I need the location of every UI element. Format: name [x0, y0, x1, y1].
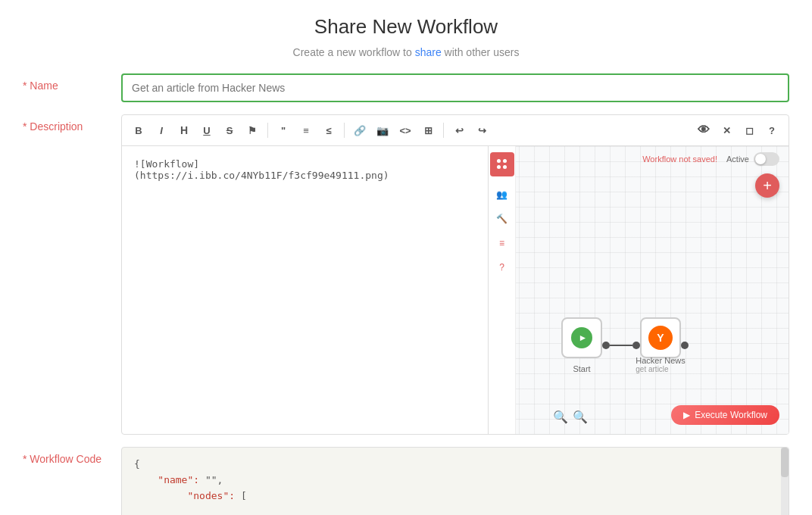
bookmark-icon: ⚑	[248, 125, 257, 136]
strikethrough-button[interactable]: S	[219, 120, 240, 141]
bookmark-button[interactable]: ⚑	[242, 120, 263, 141]
hn-letter: Y	[657, 332, 664, 344]
redo-icon: ↪	[478, 125, 486, 136]
editor-content-line1: ![Workflow]	[134, 158, 476, 170]
workflow-top-bar: Workflow not saved! Active	[516, 152, 789, 166]
hacker-news-node[interactable]: Y	[640, 317, 681, 358]
unordered-list-button[interactable]: ≤	[318, 120, 339, 141]
code-val-nodes: [	[235, 490, 247, 501]
heading-icon: H	[180, 124, 188, 136]
ordered-list-button[interactable]: ≡	[295, 120, 317, 141]
image-button[interactable]: 📷	[372, 120, 393, 141]
editor-toolbar: B I H U S ⚑ " ≡ ≤ 🔗 📷 <> ⊞ ↩ ↪ 👁	[122, 115, 789, 146]
active-toggle[interactable]: Active	[726, 152, 779, 166]
bold-icon: B	[135, 125, 142, 136]
underline-icon: U	[203, 125, 210, 136]
name-input[interactable]	[121, 73, 789, 102]
undo-button[interactable]: ↩	[448, 120, 470, 141]
ordered-list-icon: ≡	[303, 125, 309, 136]
logo-dots	[497, 159, 508, 170]
toolbar-separator-2	[344, 123, 345, 138]
connector-2	[681, 342, 689, 349]
strikethrough-icon: S	[226, 125, 233, 136]
hn-node-container: Y Hacker News get article	[640, 317, 681, 358]
subtitle-end: with other users	[442, 46, 520, 58]
page-header: Share New Workflow Create a new workflow…	[0, 0, 812, 66]
wf-wrench-icon[interactable]: 🔨	[493, 210, 511, 228]
name-label: * Name	[23, 73, 121, 92]
connector-1	[602, 342, 640, 349]
link-icon: 🔗	[354, 125, 366, 136]
code-line-2: "name": "",	[134, 473, 776, 488]
redo-button[interactable]: ↪	[471, 120, 492, 141]
code-key-name: "name":	[134, 474, 199, 485]
name-row: * Name	[23, 73, 789, 102]
workflow-code-label: * Workflow Code	[23, 447, 121, 465]
expand-button[interactable]: ◻	[739, 120, 760, 141]
execute-play-icon: ▶	[683, 410, 690, 420]
page-title: Share New Workflow	[0, 15, 812, 39]
workflow-not-saved-text: Workflow not saved!	[642, 154, 717, 164]
code-editor[interactable]: { "name": "", "nodes": [	[121, 447, 789, 515]
subtitle-link[interactable]: share	[415, 46, 442, 58]
table-button[interactable]: ⊞	[417, 120, 439, 141]
active-label: Active	[726, 154, 749, 164]
preview-button[interactable]: 👁	[693, 120, 714, 141]
italic-button[interactable]: I	[151, 120, 172, 141]
description-label: * Description	[23, 114, 121, 133]
connector-line-1	[610, 345, 632, 346]
workflow-preview: 👥 🔨 ≡ ? Workflow not saved! Active	[489, 146, 789, 434]
start-node[interactable]: ►	[561, 317, 602, 358]
wf-people-icon[interactable]: 👥	[493, 186, 511, 204]
code-button[interactable]: <>	[395, 120, 416, 141]
editor-preview: 👥 🔨 ≡ ? Workflow not saved! Active	[489, 146, 789, 434]
underline-button[interactable]: U	[196, 120, 217, 141]
expand-icon: ◻	[745, 125, 754, 136]
link-button[interactable]: 🔗	[349, 120, 370, 141]
wf-help-icon[interactable]: ?	[493, 258, 511, 276]
play-icon: ►	[571, 327, 592, 348]
start-node-container: ► Start	[561, 317, 602, 358]
help-button[interactable]: ?	[761, 120, 782, 141]
undo-icon: ↩	[455, 125, 464, 136]
close-button[interactable]: ✕	[716, 120, 737, 141]
hn-node-name: Hacker News	[636, 356, 685, 365]
toggle-switch[interactable]	[754, 152, 779, 166]
logo-dot-1	[497, 159, 501, 163]
zoom-out-button[interactable]: 🔍	[552, 408, 569, 425]
editor-text-area[interactable]: ![Workflow] (https://i.ibb.co/4NYb11F/f3…	[122, 146, 489, 434]
editor-content-line2: (https://i.ibb.co/4NYb11F/f3cf99e49111.p…	[134, 170, 476, 181]
page-subtitle: Create a new workflow to share with othe…	[0, 46, 812, 58]
execute-workflow-button[interactable]: ▶ Execute Workflow	[671, 405, 779, 425]
blockquote-button[interactable]: "	[273, 120, 294, 141]
italic-icon: I	[160, 125, 163, 136]
execute-btn-label: Execute Workflow	[695, 410, 767, 420]
logo-dot-2	[503, 159, 507, 163]
scrollbar-thumb	[781, 448, 789, 477]
code-val-name: "",	[199, 474, 223, 485]
unordered-list-icon: ≤	[326, 125, 331, 136]
code-key-nodes: "nodes":	[134, 490, 235, 501]
help-icon: ?	[769, 125, 775, 136]
workflow-canvas: Workflow not saved! Active +	[516, 146, 789, 434]
close-icon: ✕	[723, 125, 731, 136]
code-brace: {	[134, 458, 140, 470]
heading-button[interactable]: H	[173, 120, 195, 141]
eye-icon: 👁	[698, 123, 710, 137]
blockquote-icon: "	[281, 125, 286, 136]
hn-node-sublabel: get article	[636, 365, 685, 373]
workflow-sidebar: 👥 🔨 ≡ ?	[489, 146, 516, 434]
description-editor: B I H U S ⚑ " ≡ ≤ 🔗 📷 <> ⊞ ↩ ↪ 👁	[121, 114, 789, 435]
wf-list-icon[interactable]: ≡	[493, 234, 511, 252]
workflow-code-row: * Workflow Code { "name": "", "nodes": [	[23, 447, 789, 515]
connector-dot-2	[632, 342, 640, 349]
editor-body: ![Workflow] (https://i.ibb.co/4NYb11F/f3…	[122, 146, 789, 434]
add-node-button[interactable]: +	[755, 173, 779, 198]
bold-button[interactable]: B	[128, 120, 149, 141]
zoom-in-button[interactable]: 🔍	[572, 408, 589, 425]
code-icon: <>	[399, 125, 411, 136]
code-line-1: {	[134, 457, 776, 473]
hn-icon: Y	[648, 326, 673, 350]
toggle-knob	[755, 154, 766, 164]
scrollbar-track	[781, 448, 789, 515]
